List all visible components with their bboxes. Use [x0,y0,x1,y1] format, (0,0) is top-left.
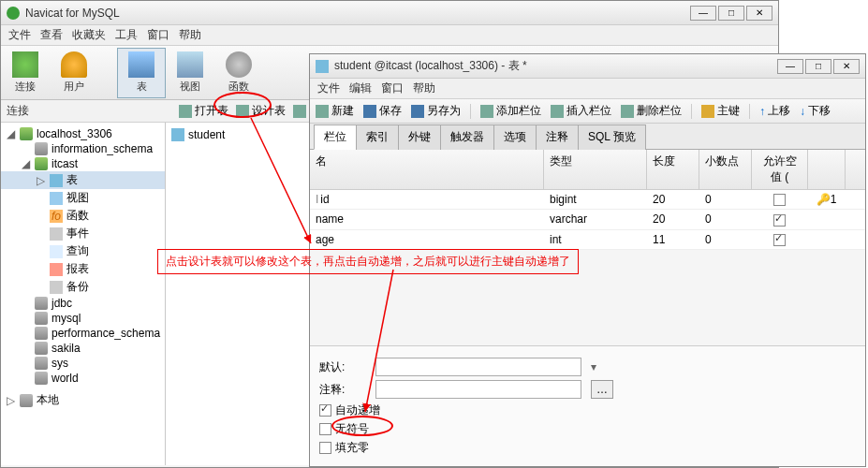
zerofill-checkbox[interactable] [319,442,331,454]
auto-increment-checkbox[interactable] [319,404,331,417]
tree-db[interactable]: jdbc [1,296,165,311]
tb-pk[interactable]: 主键 [701,103,740,119]
header-name[interactable]: 名 [310,150,544,189]
cell-name[interactable]: name [310,210,544,228]
minimize-button[interactable]: — [690,6,716,21]
cell-length[interactable]: 20 [647,210,699,228]
tb-view[interactable]: 视图 [166,48,214,98]
tb-new[interactable]: 新建 [316,103,354,119]
maximize-button[interactable]: □ [718,6,744,21]
cell-decimal[interactable]: 0 [699,190,752,209]
cell-null[interactable] [752,210,808,228]
tab-indexes[interactable]: 索引 [356,124,399,150]
table-row[interactable]: namevarchar200 [310,210,865,229]
tb-user[interactable]: 用户 [50,48,98,98]
menu-file[interactable]: 文件 [317,80,340,96]
tree-db-open[interactable]: ◢itcast [1,156,165,171]
tab-columns[interactable]: 栏位 [314,124,357,150]
cell-key[interactable]: 🔑1 [808,190,846,209]
cell-type[interactable]: bigint [544,190,647,209]
cell-name[interactable]: age [310,230,544,249]
cell-type[interactable]: varchar [544,210,647,228]
tree-functions[interactable]: fo函数 [1,207,165,225]
tb-saveas[interactable]: 另存为 [411,103,461,119]
tab-sql[interactable]: SQL 预览 [578,124,646,150]
tree-local[interactable]: ▷本地 [1,391,165,409]
design-tabs: 栏位 索引 外键 触发器 选项 注释 SQL 预览 [310,124,865,150]
tab-options[interactable]: 选项 [493,124,537,150]
default-input[interactable] [375,358,581,376]
menu-window[interactable]: 窗口 [381,80,404,96]
table-icon [128,51,154,78]
tree-queries[interactable]: 查询 [1,242,165,260]
tree-db[interactable]: world [1,371,165,386]
comment-input[interactable] [375,380,581,399]
close-button[interactable]: ✕ [833,59,860,74]
tree-tables[interactable]: ▷表 [1,171,165,189]
tb-delcol[interactable]: 删除栏位 [621,103,682,119]
menu-help[interactable]: 帮助 [413,80,435,96]
minimize-button[interactable]: — [777,59,803,74]
new-icon [293,105,306,118]
tb-up[interactable]: ↑上移 [759,103,790,119]
save-icon [363,105,376,118]
chevron-down-icon[interactable]: ▾ [591,360,596,373]
cell-key[interactable] [808,210,846,228]
maximize-button[interactable]: □ [805,59,831,74]
tb-table[interactable]: 表 [117,48,166,98]
tree-reports[interactable]: 报表 [1,260,165,278]
tab-comment[interactable]: 注释 [536,124,579,150]
tree-backup[interactable]: 备份 [1,278,165,296]
new-icon [316,105,329,118]
header-null[interactable]: 允许空值 ( [752,150,808,189]
tab-triggers[interactable]: 触发器 [440,124,494,150]
cell-key[interactable] [808,230,846,249]
header-length[interactable]: 长度 [647,150,699,189]
tree-events[interactable]: 事件 [1,225,165,242]
tree-db[interactable]: sys [1,356,165,371]
unsigned-checkbox[interactable] [319,423,331,435]
report-icon [50,263,63,276]
tree-db[interactable]: sakila [1,341,165,356]
cell-null[interactable] [752,230,808,249]
tree-host[interactable]: ◢localhost_3306 [1,126,165,141]
tb-down[interactable]: ↓下移 [800,103,831,119]
design-table-button[interactable]: 设计表 [236,103,286,119]
tree-db[interactable]: performance_schema [1,326,165,341]
cell-type[interactable]: int [544,230,647,249]
menu-edit[interactable]: 编辑 [349,80,372,96]
header-decimal[interactable]: 小数点 [699,150,752,189]
table-row[interactable]: ageint110 [310,230,865,250]
tb-func[interactable]: 函数 [214,48,263,98]
menu-help[interactable]: 帮助 [179,27,201,43]
open-table-button[interactable]: 打开表 [179,103,228,119]
menu-view[interactable]: 查看 [40,27,63,43]
add-column-icon [480,105,493,118]
menu-file[interactable]: 文件 [8,27,31,43]
app-title: Navicat for MySQL [25,7,684,20]
cell-decimal[interactable]: 0 [699,210,752,228]
close-button[interactable]: ✕ [746,6,772,21]
menu-window[interactable]: 窗口 [147,27,169,43]
table-row[interactable]: Iidbigint200🔑1 [310,190,865,210]
cell-length[interactable]: 11 [647,230,699,249]
tree-db[interactable]: mysql [1,311,165,326]
database-icon [35,327,48,340]
tab-fk[interactable]: 外键 [398,124,441,150]
tb-addcol[interactable]: 添加栏位 [480,103,541,119]
cell-name[interactable]: Iid [310,190,544,209]
header-key[interactable] [808,150,846,189]
comment-more-button[interactable]: … [591,380,613,399]
tb-inscol[interactable]: 插入栏位 [551,103,611,119]
cell-length[interactable]: 20 [647,190,699,209]
tb-save[interactable]: 保存 [363,103,402,119]
menu-fav[interactable]: 收藏夹 [72,27,106,43]
cell-null[interactable] [752,190,808,209]
cell-decimal[interactable]: 0 [699,230,752,249]
database-icon [35,372,48,385]
header-type[interactable]: 类型 [544,150,647,189]
tb-connection[interactable]: 连接 [1,48,50,98]
menu-tools[interactable]: 工具 [115,27,138,43]
tree-db[interactable]: information_schema [1,141,165,156]
tree-views[interactable]: 视图 [1,189,165,207]
